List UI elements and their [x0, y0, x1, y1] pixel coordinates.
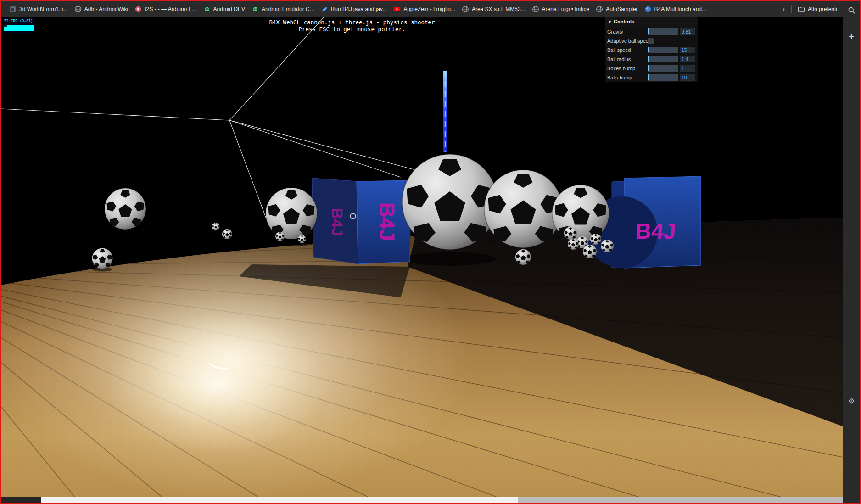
bookmark-label: Run B4J java and jav...	[331, 6, 387, 12]
bookmark-run-b4j[interactable]: Run B4J java and jav...	[318, 3, 391, 15]
fps-stats-widget[interactable]: 53 FPS (0-61)	[3, 18, 35, 33]
boxes-bump-slider[interactable]	[648, 65, 678, 72]
bookmark-arena-luigi[interactable]: Arena Luigi • Indice	[529, 3, 593, 15]
taskbar-gray-segment	[518, 497, 843, 503]
boxes-bump-label: Boxes bump	[607, 66, 648, 71]
bookmark-label: Arena Luigi • Indice	[542, 6, 590, 12]
webgl-scene: B4J B4J B4J B4J	[1, 17, 843, 497]
box-label: B4J	[635, 219, 676, 243]
bookmark-area-sx[interactable]: Area SX s.r.l. MM53...	[458, 3, 529, 15]
other-favorites-button[interactable]: Altri preferiti	[794, 3, 840, 15]
bookmark-autosampler[interactable]: AutoSampler	[593, 3, 641, 15]
controls-panel: ▾ Controls Gravity 9,81 Adaptive ball sp…	[605, 17, 698, 82]
controls-panel-title[interactable]: ▾ Controls	[605, 17, 698, 27]
adaptive-ball-speed-label: Adaptive ball speed	[607, 38, 648, 44]
ball-radius-slider[interactable]	[648, 56, 678, 62]
globe-icon	[596, 6, 603, 13]
gravity-value[interactable]: 9,81	[680, 28, 695, 35]
red-dot-icon	[134, 6, 142, 13]
ball-speed-label: Ball speed	[607, 47, 648, 53]
fps-counter: 53 FPS (0-61)	[4, 19, 34, 24]
bottom-taskbar-strip	[1, 497, 843, 503]
gear-icon[interactable]: ⚙	[846, 395, 857, 406]
fps-graph	[4, 25, 34, 31]
bookmark-i2s-arduino[interactable]: I2S - - — Arduino E...	[131, 3, 200, 15]
ball-speed-slider[interactable]	[648, 47, 678, 53]
bookmark-label: AutoSampler	[606, 6, 637, 12]
wood-floor	[1, 214, 843, 497]
bookmark-label: Adb - AndroidWiki	[84, 6, 128, 12]
control-row-balls-bump: Balls bump 10	[605, 73, 698, 82]
light-beam	[443, 71, 447, 152]
ball-radius-value[interactable]: 1,4	[680, 56, 695, 62]
ball-speed-value[interactable]: 15	[680, 47, 695, 53]
adaptive-ball-speed-checkbox[interactable]	[648, 38, 654, 44]
globe-icon	[532, 6, 539, 13]
search-icon[interactable]	[846, 5, 857, 16]
boxes-bump-value[interactable]: 1	[680, 65, 695, 72]
bookmark-label: Android Emulator C...	[262, 6, 314, 12]
bookmark-label: I2S - - — Arduino E...	[145, 6, 196, 12]
add-icon[interactable]: +	[846, 31, 857, 42]
balls-bump-value[interactable]: 10	[680, 74, 695, 81]
bookmark-label: AppleZein - I miglio...	[403, 6, 455, 12]
bookmark-label: 3d World\Form1.fr...	[19, 6, 68, 12]
control-row-adaptive-ball-speed: Adaptive ball speed	[605, 36, 698, 45]
bookmark-applezein[interactable]: AppleZein - I miglio...	[390, 3, 458, 15]
box-label: B4J	[329, 208, 346, 236]
gravity-label: Gravity	[607, 29, 648, 34]
android-icon	[203, 6, 211, 13]
bookmark-label: Area SX s.r.l. MM53...	[472, 6, 526, 12]
app-3d-icon	[9, 6, 17, 13]
bookmarks-bar: 3d World\Form1.fr... Adb - AndroidWiki I…	[1, 1, 843, 17]
box-label: B4J	[375, 202, 399, 241]
browser-window: 3d World\Form1.fr... Adb - AndroidWiki I…	[0, 0, 861, 504]
globe-icon	[74, 6, 82, 13]
blue-ball-icon	[644, 6, 652, 13]
folder-icon	[798, 6, 805, 13]
bookmark-adb-androidwiki[interactable]: Adb - AndroidWiki	[71, 3, 131, 15]
bookmarks-bar-divider	[791, 5, 792, 13]
control-row-ball-radius: Ball radius 1,4	[605, 55, 698, 64]
ball-radius-label: Ball radius	[607, 56, 648, 62]
control-row-boxes-bump: Boxes bump 1	[605, 64, 698, 73]
other-favorites-label: Altri preferiti	[808, 6, 837, 12]
bookmark-android-dev[interactable]: Android DEV	[200, 3, 248, 15]
blue-wing-icon	[321, 6, 328, 13]
youtube-icon	[393, 6, 401, 13]
balls-bump-slider[interactable]	[648, 74, 678, 81]
bookmark-label: Android DEV	[213, 6, 245, 12]
control-row-ball-speed: Ball speed 15	[605, 45, 698, 55]
bookmark-android-emulator[interactable]: Android Emulator C...	[248, 3, 318, 15]
control-row-gravity: Gravity 9,81	[605, 27, 698, 36]
bookmark-3d-world[interactable]: 3d World\Form1.fr...	[6, 3, 71, 15]
globe-icon	[462, 6, 469, 13]
chevron-down-icon: ▾	[609, 19, 611, 24]
edge-sidebar-rail: + ⚙	[843, 1, 860, 503]
webgl-canvas[interactable]: B4J B4J B4J B4J	[1, 17, 843, 497]
balls-bump-label: Balls bump	[607, 75, 648, 80]
android-icon	[252, 6, 259, 13]
controls-title-label: Controls	[614, 19, 634, 24]
bookmark-label: B4A Multitouch and...	[654, 6, 706, 12]
bookmark-b4a-multitouch[interactable]: B4A Multitouch and...	[641, 3, 710, 15]
bookmarks-overflow-chevron-icon[interactable]: ›	[778, 3, 788, 15]
b4j-box-center: B4J B4J	[312, 178, 411, 264]
taskbar-light-segment	[41, 497, 518, 503]
gravity-slider[interactable]	[648, 28, 678, 35]
